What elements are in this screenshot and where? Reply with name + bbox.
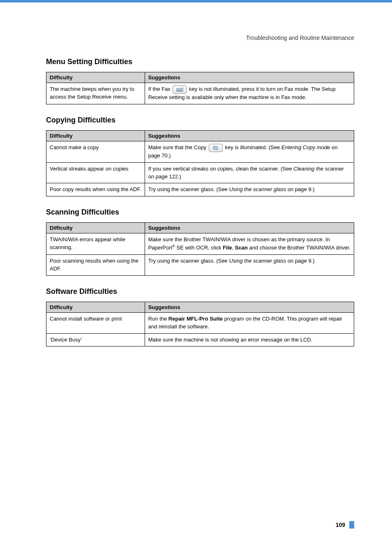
- text-fragment: on page 122.): [148, 173, 181, 180]
- text-fragment: ,: [232, 245, 235, 251]
- page-footer: 109: [336, 521, 354, 529]
- cell-difficulty: Poor scanning results when using the ADF…: [46, 255, 145, 276]
- section-title-menu: Menu Setting Difficulties: [46, 58, 354, 66]
- cell-difficulty: Cannot install software or print: [46, 312, 145, 333]
- table-copying: Difficulty Suggestions Cannot make a cop…: [46, 130, 354, 196]
- text-fragment: and choose the Brother TWAIN/WIA driver.: [248, 245, 350, 251]
- breadcrumb: Troubleshooting and Routine Maintenance: [246, 35, 354, 41]
- table-software: Difficulty Suggestions Cannot install so…: [46, 302, 354, 347]
- text-fragment: Try using the scanner glass. (See: [148, 258, 229, 264]
- text-fragment: Run the: [148, 316, 168, 322]
- table-row: The machine beeps when you try to access…: [46, 83, 354, 104]
- table-row: Poor copy results when using the ADF. Tr…: [46, 183, 354, 196]
- text-fragment: on page 9.): [286, 186, 314, 192]
- table-menu-setting: Difficulty Suggestions The machine beeps…: [46, 72, 354, 104]
- th-difficulty: Difficulty: [46, 130, 145, 141]
- table-row: Vertical streaks appear on copies If you…: [46, 162, 354, 183]
- cell-difficulty: Cannot make a copy: [46, 141, 145, 162]
- text-fragment: Try using the scanner glass. (See: [148, 186, 229, 192]
- th-difficulty: Difficulty: [46, 223, 145, 233]
- text-fragment: Make sure that the Copy: [148, 144, 208, 150]
- footer-accent-bar: [349, 521, 354, 529]
- section-title-copying: Copying Difficulties: [46, 116, 354, 125]
- cell-suggestion: Try using the scanner glass. (See Using …: [145, 183, 354, 196]
- cell-suggestion: Make sure the Brother TWAIN/WIA driver i…: [145, 233, 354, 255]
- table-row: Cannot make a copy Make sure that the Co…: [46, 141, 354, 162]
- text-fragment: SE with OCR, click: [175, 245, 223, 251]
- table-row: Cannot install software or print Run the…: [46, 312, 354, 333]
- th-suggestions: Suggestions: [145, 223, 354, 233]
- text-fragment-bold: Repair MFL-Pro Suite: [168, 316, 223, 322]
- fax-icon: [173, 85, 187, 94]
- section-title-software: Software Difficulties: [46, 287, 354, 296]
- section-title-scanning: Scanning Difficulties: [46, 208, 354, 217]
- cell-difficulty: ‘Device Busy’: [46, 333, 145, 346]
- text-fragment-italic: Using the scanner glass: [229, 186, 286, 192]
- cell-suggestion: Make sure that the Copy key is illuminat…: [145, 141, 354, 162]
- registered-mark: ®: [172, 244, 175, 248]
- table-scanning: Difficulty Suggestions TWAIN/WIA errors …: [46, 222, 354, 276]
- text-fragment-bold: Scan: [235, 245, 248, 251]
- th-suggestions: Suggestions: [145, 130, 354, 141]
- cell-suggestion: Try using the scanner glass. (See Using …: [145, 255, 354, 276]
- text-fragment: on page 9.): [286, 258, 314, 264]
- cell-suggestion: Make sure the machine is not showing an …: [145, 333, 354, 346]
- cell-difficulty: Poor copy results when using the ADF.: [46, 183, 145, 196]
- th-difficulty: Difficulty: [46, 302, 145, 312]
- table-row: ‘Device Busy’ Make sure the machine is n…: [46, 333, 354, 346]
- cell-suggestion: If the Fax key is not illuminated, press…: [145, 83, 354, 104]
- th-suggestions: Suggestions: [145, 72, 354, 83]
- text-fragment-bold: File: [223, 245, 232, 251]
- text-fragment-italic: Using the scanner glass: [229, 258, 286, 264]
- copy-icon: [209, 144, 223, 152]
- th-difficulty: Difficulty: [46, 72, 145, 83]
- page-number: 109: [336, 522, 345, 528]
- cell-suggestion: If you see vertical streaks on copies, c…: [145, 162, 354, 183]
- th-suggestions: Suggestions: [145, 302, 354, 312]
- cell-suggestion: Run the Repair MFL-Pro Suite program on …: [145, 312, 354, 333]
- cell-difficulty: TWAIN/WIA errors appear while scanning.: [46, 233, 145, 255]
- cell-difficulty: Vertical streaks appear on copies: [46, 162, 145, 183]
- text-fragment: If you see vertical streaks on copies, c…: [148, 166, 293, 172]
- text-fragment-italic: Cleaning the scanner: [293, 166, 344, 172]
- cell-difficulty: The machine beeps when you try to access…: [46, 83, 145, 104]
- text-fragment-italic: Entering Copy mode: [281, 144, 330, 150]
- table-row: Poor scanning results when using the ADF…: [46, 255, 354, 276]
- table-row: TWAIN/WIA errors appear while scanning. …: [46, 233, 354, 255]
- text-fragment: key is illuminated. (See: [224, 144, 281, 150]
- text-fragment: If the Fax: [148, 86, 172, 92]
